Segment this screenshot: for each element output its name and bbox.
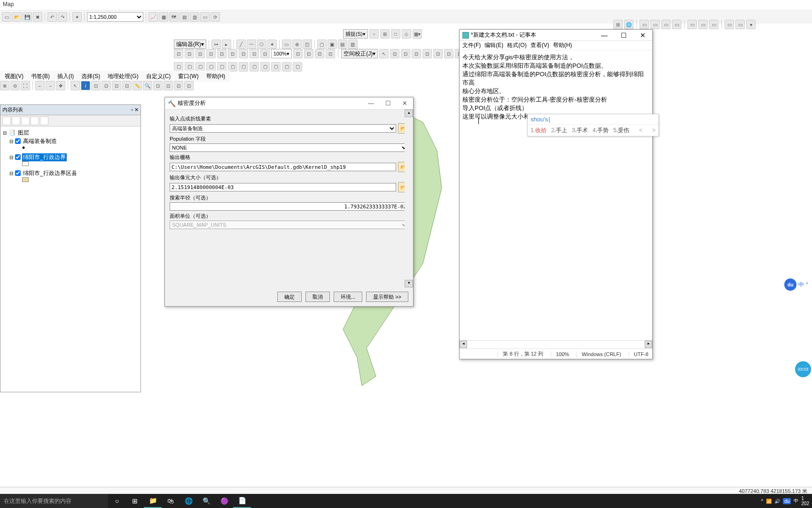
mtb2-icon[interactable]: ▢ — [185, 62, 194, 71]
app1-icon[interactable]: 🟣 — [215, 494, 233, 508]
baidu-ime-float[interactable]: du 中 ° — [784, 278, 808, 291]
ed-12-icon[interactable]: ▤ — [338, 40, 347, 49]
search-radius-input[interactable] — [170, 202, 408, 211]
r5-icon[interactable]: ▭ — [661, 20, 671, 29]
add-data-icon[interactable]: ✦ — [72, 12, 82, 22]
editor-dropdown[interactable]: 编辑器(R) ▾ — [174, 40, 206, 49]
prev-icon[interactable]: ← — [35, 81, 45, 90]
layer-cb-2[interactable] — [15, 170, 21, 176]
tray-vol-icon[interactable]: 🔊 — [774, 499, 780, 504]
nv1-icon[interactable]: ⊡ — [91, 81, 101, 90]
new-icon[interactable]: ▭ — [2, 12, 11, 22]
np-close-icon[interactable]: ✕ — [636, 31, 649, 40]
r8-icon[interactable]: ▭ — [698, 20, 708, 29]
nv7-icon[interactable]: ⊡ — [174, 81, 183, 90]
system-tray[interactable]: ^ 📶 🔊 du 中 1202 — [758, 496, 812, 506]
layer-2[interactable]: 绵阳市_行政边界区县 — [22, 169, 78, 177]
mt4-icon[interactable]: ⊡ — [206, 49, 216, 58]
ed-1-icon[interactable]: ↦ — [211, 40, 221, 49]
mt14-icon[interactable]: ↖ — [379, 49, 389, 58]
mt12-icon[interactable]: ⊡ — [315, 49, 324, 58]
expand-icon[interactable]: ⊟ — [9, 139, 14, 144]
notepad-titlebar[interactable]: *新建文本文档.txt - 记事本 — ☐ ✕ — [460, 30, 652, 41]
mt10-icon[interactable]: ⊡ — [293, 49, 303, 58]
r1-icon[interactable]: ⊞ — [613, 20, 623, 29]
tool-a-icon[interactable]: 📈 — [148, 12, 158, 22]
output-raster-input[interactable] — [170, 163, 396, 171]
mt7-icon[interactable]: ⊡ — [239, 49, 248, 58]
ime-cand-5[interactable]: 5.受伤 — [613, 127, 629, 135]
extent-icon[interactable]: ⛶ — [21, 81, 30, 90]
mtb5-icon[interactable]: ▢ — [217, 62, 226, 71]
app2-icon[interactable]: 📄 — [233, 494, 251, 508]
ed-10-icon[interactable]: ▢ — [317, 40, 327, 49]
ed-3-icon[interactable]: ╱ — [236, 40, 246, 49]
nv8-icon[interactable]: ⊡ — [184, 81, 194, 90]
scroll-down-icon[interactable]: ▾ — [405, 280, 413, 287]
explorer-icon[interactable]: 📁 — [144, 494, 162, 508]
toc-vis-icon[interactable] — [21, 117, 30, 125]
np-menu-view[interactable]: 查看(V) — [531, 41, 549, 49]
tray-lang[interactable]: 中 — [794, 498, 798, 504]
env-button[interactable]: 环境... — [334, 292, 362, 302]
tool-e-icon[interactable]: ▥ — [190, 12, 199, 22]
scroll-up-icon[interactable]: ▴ — [405, 110, 413, 117]
r6-icon[interactable]: ▭ — [672, 20, 681, 29]
layer-cb-0[interactable] — [15, 138, 21, 144]
tool-f-icon[interactable]: ▭ — [200, 12, 210, 22]
mtb9-icon[interactable]: ▢ — [260, 62, 270, 71]
mt20-icon[interactable]: ⊡ — [444, 49, 453, 58]
delete-icon[interactable]: ✖ — [33, 12, 42, 22]
mt15-icon[interactable]: ⊡ — [390, 49, 399, 58]
np-minimize-icon[interactable]: — — [597, 31, 611, 40]
ime-next-icon[interactable]: > — [652, 127, 656, 134]
redo-icon[interactable]: ↷ — [58, 12, 67, 22]
toc-source-icon[interactable] — [12, 117, 20, 125]
mt19-icon[interactable]: ⊡ — [433, 49, 443, 58]
mtb12-icon[interactable]: ▢ — [293, 62, 302, 71]
snap-dropdown[interactable]: 捕捉(S) ▾ — [343, 29, 368, 39]
ime-cand-1[interactable]: 1.收拾 — [531, 127, 547, 135]
mt1-icon[interactable]: ⊡ — [174, 49, 183, 58]
ed-2-icon[interactable]: ▸ — [222, 40, 231, 49]
close-icon[interactable]: ✕ — [399, 99, 410, 108]
scroll-left-icon[interactable]: ◂ — [460, 341, 467, 348]
scroll-right-icon[interactable]: ▸ — [645, 341, 652, 348]
expand-icon[interactable]: ⊟ — [9, 155, 14, 160]
next-icon[interactable]: → — [46, 81, 55, 90]
tool-b-icon[interactable]: ▦ — [159, 12, 168, 22]
maximize-icon[interactable]: ☐ — [383, 99, 394, 108]
clock-bubble[interactable]: 03:03 — [795, 361, 811, 377]
layers-root[interactable]: 图层 — [17, 129, 30, 137]
dialog-scrollbar[interactable]: ▴ ▾ — [405, 110, 413, 287]
measure-icon[interactable]: 📏 — [133, 81, 142, 90]
menu-view[interactable]: 视图(V) — [2, 71, 26, 81]
ok-button[interactable]: 确定 — [277, 292, 302, 302]
mtb11-icon[interactable]: ▢ — [282, 62, 291, 71]
ed-4-icon[interactable]: 〰 — [247, 40, 256, 49]
taskbar-search[interactable]: 在这里输入你要搜索的内容 — [0, 494, 108, 508]
ime-prev-icon[interactable]: < — [639, 127, 642, 134]
np-maximize-icon[interactable]: ☐ — [617, 31, 631, 40]
snap-square-icon[interactable]: □ — [391, 29, 400, 39]
scale-select[interactable]: 1:1,250,000 — [87, 12, 143, 22]
ime-cand-2[interactable]: 2.手上 — [551, 127, 567, 135]
ime-punct[interactable]: ° — [806, 281, 808, 288]
mtb10-icon[interactable]: ▢ — [271, 62, 281, 71]
minimize-icon[interactable]: — — [365, 99, 377, 108]
ime-lang[interactable]: 中 — [798, 281, 804, 289]
tool-d-icon[interactable]: ▤ — [180, 12, 189, 22]
np-menu-help[interactable]: 帮助(H) — [553, 41, 572, 49]
mtb3-icon[interactable]: ▢ — [195, 62, 205, 71]
nv5-icon[interactable]: ⊡ — [153, 81, 163, 90]
input-features-select[interactable]: 高端装备制造 — [170, 124, 396, 133]
r2-icon[interactable]: 🌐 — [624, 20, 633, 29]
layer-cb-1[interactable] — [15, 154, 21, 160]
expand-icon[interactable]: ⊟ — [2, 130, 7, 135]
ime-cand-3[interactable]: 3.手术 — [572, 127, 588, 135]
mtb8-icon[interactable]: ▢ — [250, 62, 259, 71]
mt11-icon[interactable]: ⊡ — [304, 49, 313, 58]
ed-5-icon[interactable]: ⎔ — [257, 40, 266, 49]
find-icon[interactable]: 🔍 — [143, 81, 152, 90]
expand-icon[interactable]: ⊟ — [9, 171, 14, 176]
